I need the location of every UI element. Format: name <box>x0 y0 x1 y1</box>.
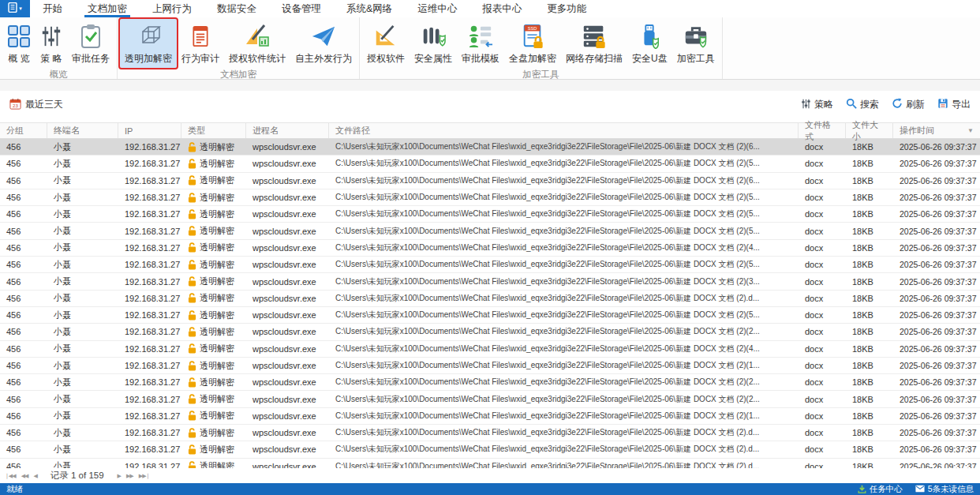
table-row[interactable]: 456 小聂 192.168.31.27 透明解密 wpscloudsvr.ex… <box>0 374 980 391</box>
column-header-format[interactable]: 文件格式 <box>799 123 846 138</box>
open-lock-icon <box>188 343 196 354</box>
tab-设备管理[interactable]: 设备管理 <box>269 0 334 17</box>
tab-文档加密[interactable]: 文档加密 <box>75 0 140 17</box>
table-row[interactable]: 456 小聂 192.168.31.27 透明解密 wpscloudsvr.ex… <box>0 341 980 358</box>
table-row[interactable]: 456 小聂 192.168.31.27 透明解密 wpscloudsvr.ex… <box>0 291 980 307</box>
first-page-button[interactable]: ❘◀◀ <box>5 473 16 479</box>
table-row[interactable]: 456 小聂 192.168.31.27 透明解密 wpscloudsvr.ex… <box>0 257 980 273</box>
document-list-icon <box>190 22 211 51</box>
ribbon-button-outgoing-behavior[interactable]: 自主外发行为 <box>290 19 357 68</box>
open-lock-icon <box>188 361 196 371</box>
refresh-button[interactable]: 刷新 <box>892 98 925 111</box>
cell-type: 透明解密 <box>181 156 246 171</box>
tab-上网行为[interactable]: 上网行为 <box>140 0 204 17</box>
cell-group: 456 <box>0 173 47 189</box>
prev-block-button[interactable]: ◀◀ <box>21 473 28 479</box>
column-header-filepath[interactable]: 文件路径 <box>329 123 799 138</box>
ribbon-button-approval-templates[interactable]: 审批模板 <box>457 19 504 68</box>
cube-icon <box>135 22 162 51</box>
search-icon <box>846 98 857 111</box>
policy-button[interactable]: 策略 <box>801 98 833 111</box>
column-header-type[interactable]: 类型 <box>181 123 246 138</box>
table-row[interactable]: 456 小聂 192.168.31.27 透明解密 wpscloudsvr.ex… <box>0 324 980 340</box>
cell-time: 2025-06-26 09:37:37 <box>893 206 980 222</box>
ribbon-button-licensed-software[interactable]: 授权软件 <box>362 19 410 68</box>
cell-filepath: C:\Users\未知玩家x100\Documents\WeChat Files… <box>329 189 799 205</box>
cell-time: 2025-06-26 09:37:37 <box>893 391 980 407</box>
ribbon-button-overview[interactable]: 概 览 <box>2 19 36 68</box>
cell-process: wpscloudsvr.exe <box>246 391 329 407</box>
table-row[interactable]: 456 小聂 192.168.31.27 透明解密 wpscloudsvr.ex… <box>0 139 980 156</box>
cell-group: 456 <box>0 459 47 468</box>
table-row[interactable]: 456 小聂 192.168.31.27 透明解密 wpscloudsvr.ex… <box>0 307 980 324</box>
table-row[interactable]: 456 小聂 192.168.31.27 透明解密 wpscloudsvr.ex… <box>0 441 980 458</box>
ribbon-button-secure-usb[interactable]: 安全U盘 <box>627 19 672 68</box>
ribbon-button-network-storage-scan[interactable]: 网络存储扫描 <box>561 19 627 68</box>
people-list-icon <box>468 22 493 51</box>
cell-process: wpscloudsvr.exe <box>246 139 329 155</box>
cell-terminal: 小聂 <box>47 291 118 306</box>
column-header-ip[interactable]: IP <box>118 123 181 138</box>
cell-group: 456 <box>0 425 47 441</box>
task-center-button[interactable]: 任务中心 <box>858 484 903 495</box>
tab-开始[interactable]: 开始 <box>30 0 75 17</box>
cell-time: 2025-06-26 09:37:37 <box>893 441 980 457</box>
cell-type: 透明解密 <box>181 408 246 424</box>
ribbon-button-label: 授权软件 <box>367 52 405 66</box>
ribbon-button-approval-tasks[interactable]: 审批任务 <box>67 19 114 68</box>
ribbon-button-security-attributes[interactable]: 安全属性 <box>410 19 457 68</box>
table-row[interactable]: 456 小聂 192.168.31.27 透明解密 wpscloudsvr.ex… <box>0 408 980 425</box>
table-row[interactable]: 456 小聂 192.168.31.27 透明解密 wpscloudsvr.ex… <box>0 240 980 257</box>
table-row[interactable]: 456 小聂 192.168.31.27 透明解密 wpscloudsvr.ex… <box>0 223 980 239</box>
column-header-terminal[interactable]: 终端名 <box>47 123 118 138</box>
export-button[interactable]: 导出 <box>937 98 971 111</box>
next-page-button[interactable]: ▶ <box>118 473 121 479</box>
date-range-filter[interactable]: 23 最近三天 <box>9 98 63 112</box>
tab-数据安全[interactable]: 数据安全 <box>204 0 269 17</box>
table-row[interactable]: 456 小聂 192.168.31.27 透明解密 wpscloudsvr.ex… <box>0 173 980 189</box>
tab-报表中心[interactable]: 报表中心 <box>469 0 534 17</box>
column-header-group[interactable]: 分组 <box>0 123 47 138</box>
ribbon-button-policy[interactable]: 策 略 <box>36 19 67 68</box>
table-row[interactable]: 456 小聂 192.168.31.27 透明解密 wpscloudsvr.ex… <box>0 425 980 441</box>
cell-terminal: 小聂 <box>47 139 118 155</box>
next-block-button[interactable]: ▶▶ <box>126 473 133 479</box>
column-header-process[interactable]: 进程名 <box>246 123 329 138</box>
tab-运维中心[interactable]: 运维中心 <box>405 0 469 17</box>
unread-messages-label: 5条未读信息 <box>928 484 974 495</box>
last-page-button[interactable]: ▶▶❘ <box>139 473 150 479</box>
server-lock-icon <box>582 22 607 51</box>
ribbon-button-transparent-encryption[interactable]: 透明加解密 <box>120 19 177 68</box>
ssd-lock-icon: SSD <box>521 22 544 51</box>
cell-process: wpscloudsvr.exe <box>246 374 329 390</box>
table-row[interactable]: 456 小聂 192.168.31.27 透明解密 wpscloudsvr.ex… <box>0 189 980 206</box>
unread-messages-button[interactable]: 5条未读信息 <box>915 484 974 495</box>
search-button[interactable]: 搜索 <box>846 98 879 111</box>
table-row[interactable]: 456 小聂 192.168.31.27 透明解密 wpscloudsvr.ex… <box>0 156 980 172</box>
ribbon-button-licensed-software-stats[interactable]: 授权软件统计 <box>224 19 290 68</box>
column-header-time[interactable]: 操作时间▼ <box>893 123 980 138</box>
table-row[interactable]: 456 小聂 192.168.31.27 透明解密 wpscloudsvr.ex… <box>0 273 980 290</box>
column-header-filesize[interactable]: 文件大小 <box>846 123 893 138</box>
table-row[interactable]: 456 小聂 192.168.31.27 透明解密 wpscloudsvr.ex… <box>0 206 980 223</box>
cell-time: 2025-06-26 09:37:37 <box>893 273 980 289</box>
tab-系统&网络[interactable]: 系统&网络 <box>334 0 405 17</box>
ribbon-button-full-disk-encryption[interactable]: SSD 全盘加解密 <box>504 19 561 68</box>
prev-page-button[interactable]: ◀ <box>33 473 36 479</box>
ribbon-button-encryption-tools[interactable]: 加密工具 <box>672 19 720 68</box>
cell-filepath: C:\Users\未知玩家x100\Documents\WeChat Files… <box>329 358 799 373</box>
cell-type: 透明解密 <box>181 240 246 256</box>
cell-filepath: C:\Users\未知玩家x100\Documents\WeChat Files… <box>329 291 799 306</box>
table-row[interactable]: 456 小聂 192.168.31.27 透明解密 wpscloudsvr.ex… <box>0 358 980 374</box>
cell-ip: 192.168.31.27 <box>118 358 181 373</box>
tab-更多功能[interactable]: 更多功能 <box>534 0 599 17</box>
column-options-dropdown-icon[interactable]: ▼ <box>967 127 974 134</box>
cell-ip: 192.168.31.27 <box>118 374 181 390</box>
app-menu-button[interactable]: ▾ <box>0 0 30 17</box>
cell-process: wpscloudsvr.exe <box>246 425 329 441</box>
cell-type: 透明解密 <box>181 324 246 339</box>
table-row[interactable]: 456 小聂 192.168.31.27 透明解密 wpscloudsvr.ex… <box>0 459 980 468</box>
cell-time: 2025-06-26 09:37:37 <box>893 173 980 189</box>
ribbon-button-behavior-audit[interactable]: 行为审计 <box>177 19 224 68</box>
table-row[interactable]: 456 小聂 192.168.31.27 透明解密 wpscloudsvr.ex… <box>0 391 980 407</box>
